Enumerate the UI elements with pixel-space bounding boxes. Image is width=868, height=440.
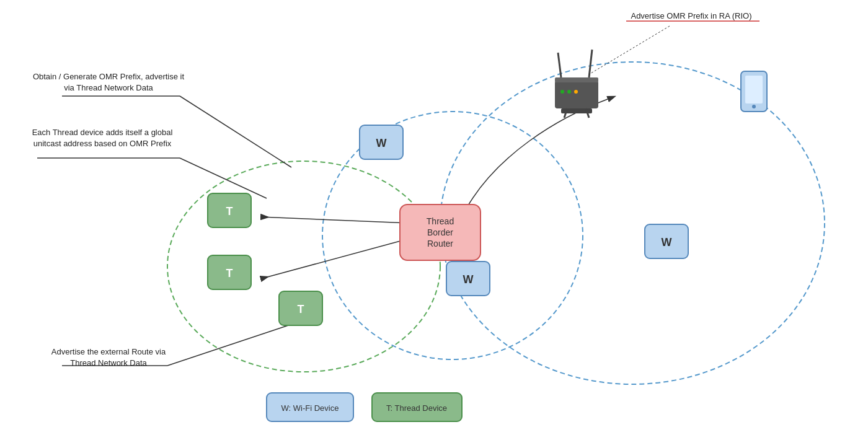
legend-w-label: W: Wi-Fi Device	[281, 403, 339, 413]
t2-label: T	[226, 267, 233, 279]
w3-label: W	[662, 236, 672, 249]
router-light1	[560, 90, 564, 94]
annotation-line-ra-rio	[589, 26, 670, 74]
legend-t-label: T: Thread Device	[386, 403, 447, 413]
border-router-label-line3: Router	[427, 239, 453, 249]
wifi-outer-ellipse	[440, 62, 825, 384]
router-body	[555, 81, 598, 108]
t3-label: T	[298, 303, 304, 315]
annotation-line-omr	[180, 96, 291, 167]
diagram-container: Thread Border Router T T T W W W	[0, 0, 868, 440]
annotation-thread-line1: Each Thread device adds itself a global	[32, 128, 173, 137]
arrow-to-t1	[260, 217, 409, 223]
router-top	[555, 77, 598, 82]
annotation-ext-line1: Advertise the external Route via	[51, 347, 166, 356]
phone-button	[752, 105, 756, 108]
border-router-label-line2: Border	[427, 227, 453, 237]
router-antenna-right	[589, 50, 592, 77]
border-router-label-line1: Thread	[427, 216, 454, 226]
w2-label: W	[463, 273, 474, 286]
annotation-thread-line2: unitcast address based on OMR Prefix	[33, 139, 172, 148]
annotation-line-ext-route	[167, 322, 298, 366]
annotation-ra-line1: Advertise OMR Prefix in RA (RIO)	[631, 11, 751, 20]
annotation-line-thread-device	[180, 158, 267, 198]
phone-screen	[745, 76, 763, 103]
annotation-omr-line2: via Thread Network Data	[64, 83, 153, 92]
router-light3	[574, 90, 578, 94]
router-light2	[567, 90, 571, 94]
annotation-ext-line2: Thread Network Data	[70, 358, 147, 367]
arrow-to-t2	[260, 239, 409, 279]
annotation-omr-line1: Obtain / Generate OMR Prefix, advertise …	[33, 72, 185, 81]
t1-label: T	[226, 205, 233, 218]
w1-label: W	[376, 137, 387, 149]
